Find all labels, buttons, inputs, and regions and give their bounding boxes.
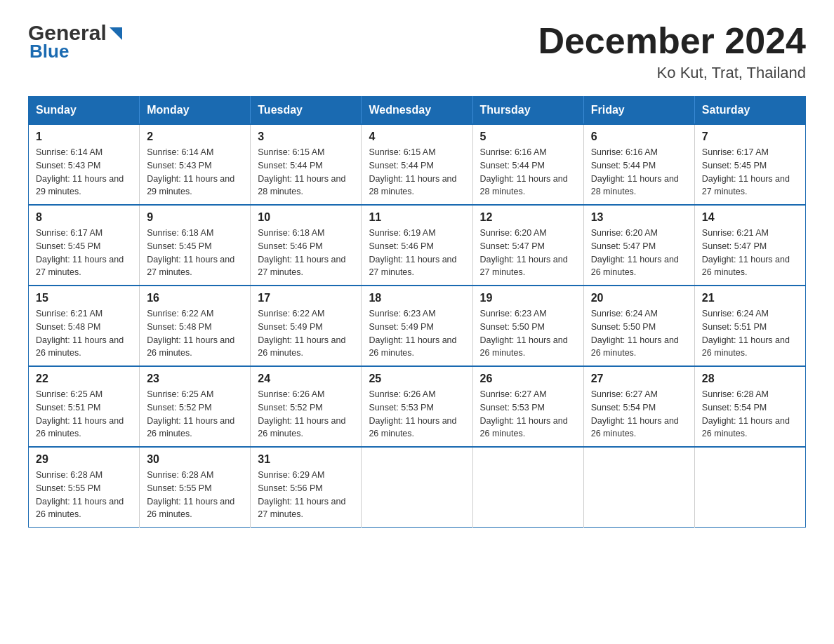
calendar-header-row: SundayMondayTuesdayWednesdayThursdayFrid…: [29, 97, 806, 125]
day-cell: [583, 447, 694, 528]
svg-marker-0: [110, 27, 122, 40]
day-info: Sunrise: 6:28 AMSunset: 5:55 PMDaylight:…: [147, 469, 243, 521]
day-number: 4: [369, 130, 465, 143]
day-number: 7: [702, 130, 798, 143]
day-cell: 28Sunrise: 6:28 AMSunset: 5:54 PMDayligh…: [694, 366, 805, 447]
day-info: Sunrise: 6:21 AMSunset: 5:47 PMDaylight:…: [702, 227, 798, 279]
day-number: 17: [258, 292, 354, 304]
day-info: Sunrise: 6:19 AMSunset: 5:46 PMDaylight:…: [369, 227, 465, 279]
day-number: 31: [258, 453, 354, 466]
day-cell: 3Sunrise: 6:15 AMSunset: 5:44 PMDaylight…: [251, 124, 362, 205]
day-info: Sunrise: 6:27 AMSunset: 5:54 PMDaylight:…: [591, 388, 687, 441]
title-block: December 2024 Ko Kut, Trat, Thailand: [538, 21, 806, 82]
day-cell: 30Sunrise: 6:28 AMSunset: 5:55 PMDayligh…: [140, 447, 251, 528]
column-header-sunday: Sunday: [29, 97, 140, 125]
day-info: Sunrise: 6:21 AMSunset: 5:48 PMDaylight:…: [36, 307, 132, 360]
day-info: Sunrise: 6:22 AMSunset: 5:49 PMDaylight:…: [258, 307, 354, 360]
day-number: 20: [591, 292, 687, 304]
day-info: Sunrise: 6:26 AMSunset: 5:52 PMDaylight:…: [258, 388, 354, 441]
day-cell: 11Sunrise: 6:19 AMSunset: 5:46 PMDayligh…: [362, 205, 472, 286]
day-info: Sunrise: 6:16 AMSunset: 5:44 PMDaylight:…: [480, 146, 576, 199]
location-subtitle: Ko Kut, Trat, Thailand: [538, 64, 806, 82]
column-header-tuesday: Tuesday: [251, 97, 362, 125]
day-cell: 2Sunrise: 6:14 AMSunset: 5:43 PMDaylight…: [140, 124, 251, 205]
day-info: Sunrise: 6:26 AMSunset: 5:53 PMDaylight:…: [369, 388, 465, 441]
day-number: 11: [369, 211, 465, 224]
day-cell: 26Sunrise: 6:27 AMSunset: 5:53 PMDayligh…: [472, 366, 583, 447]
day-cell: 29Sunrise: 6:28 AMSunset: 5:55 PMDayligh…: [29, 447, 140, 528]
day-number: 10: [258, 211, 354, 224]
column-header-thursday: Thursday: [472, 97, 583, 125]
day-number: 9: [147, 211, 243, 224]
page-header: General Blue December 2024 Ko Kut, Trat,…: [28, 21, 806, 82]
day-number: 8: [36, 211, 132, 224]
day-number: 14: [702, 211, 798, 224]
day-cell: 14Sunrise: 6:21 AMSunset: 5:47 PMDayligh…: [694, 205, 805, 286]
day-cell: 24Sunrise: 6:26 AMSunset: 5:52 PMDayligh…: [251, 366, 362, 447]
day-cell: 10Sunrise: 6:18 AMSunset: 5:46 PMDayligh…: [251, 205, 362, 286]
day-cell: [694, 447, 805, 528]
day-info: Sunrise: 6:18 AMSunset: 5:46 PMDaylight:…: [258, 227, 354, 279]
day-info: Sunrise: 6:14 AMSunset: 5:43 PMDaylight:…: [36, 146, 132, 199]
day-cell: 19Sunrise: 6:23 AMSunset: 5:50 PMDayligh…: [472, 286, 583, 366]
month-title: December 2024: [538, 21, 806, 61]
day-info: Sunrise: 6:23 AMSunset: 5:50 PMDaylight:…: [480, 307, 576, 360]
week-row-5: 29Sunrise: 6:28 AMSunset: 5:55 PMDayligh…: [29, 447, 806, 528]
day-cell: 13Sunrise: 6:20 AMSunset: 5:47 PMDayligh…: [583, 205, 694, 286]
day-info: Sunrise: 6:24 AMSunset: 5:50 PMDaylight:…: [591, 307, 687, 360]
day-cell: 15Sunrise: 6:21 AMSunset: 5:48 PMDayligh…: [29, 286, 140, 366]
day-info: Sunrise: 6:20 AMSunset: 5:47 PMDaylight:…: [480, 227, 576, 279]
day-number: 21: [702, 292, 798, 304]
day-cell: 22Sunrise: 6:25 AMSunset: 5:51 PMDayligh…: [29, 366, 140, 447]
day-cell: 8Sunrise: 6:17 AMSunset: 5:45 PMDaylight…: [29, 205, 140, 286]
day-info: Sunrise: 6:23 AMSunset: 5:49 PMDaylight:…: [369, 307, 465, 360]
day-number: 28: [702, 373, 798, 385]
day-number: 25: [369, 373, 465, 385]
day-number: 23: [147, 373, 243, 385]
day-cell: 5Sunrise: 6:16 AMSunset: 5:44 PMDaylight…: [472, 124, 583, 205]
day-cell: 20Sunrise: 6:24 AMSunset: 5:50 PMDayligh…: [583, 286, 694, 366]
day-number: 18: [369, 292, 465, 304]
day-number: 13: [591, 211, 687, 224]
week-row-1: 1Sunrise: 6:14 AMSunset: 5:43 PMDaylight…: [29, 124, 806, 205]
day-info: Sunrise: 6:25 AMSunset: 5:51 PMDaylight:…: [36, 388, 132, 441]
day-info: Sunrise: 6:27 AMSunset: 5:53 PMDaylight:…: [480, 388, 576, 441]
day-info: Sunrise: 6:16 AMSunset: 5:44 PMDaylight:…: [591, 146, 687, 199]
day-cell: 7Sunrise: 6:17 AMSunset: 5:45 PMDaylight…: [694, 124, 805, 205]
column-header-friday: Friday: [583, 97, 694, 125]
day-number: 12: [480, 211, 576, 224]
day-info: Sunrise: 6:25 AMSunset: 5:52 PMDaylight:…: [147, 388, 243, 441]
day-cell: 21Sunrise: 6:24 AMSunset: 5:51 PMDayligh…: [694, 286, 805, 366]
day-info: Sunrise: 6:20 AMSunset: 5:47 PMDaylight:…: [591, 227, 687, 279]
day-number: 5: [480, 130, 576, 143]
day-number: 1: [36, 130, 132, 143]
day-cell: 6Sunrise: 6:16 AMSunset: 5:44 PMDaylight…: [583, 124, 694, 205]
day-number: 3: [258, 130, 354, 143]
day-number: 29: [36, 453, 132, 466]
day-info: Sunrise: 6:15 AMSunset: 5:44 PMDaylight:…: [369, 146, 465, 199]
day-cell: 1Sunrise: 6:14 AMSunset: 5:43 PMDaylight…: [29, 124, 140, 205]
logo-arrow-icon: [108, 26, 124, 41]
logo-blue-text: Blue: [29, 41, 69, 62]
day-info: Sunrise: 6:28 AMSunset: 5:55 PMDaylight:…: [36, 469, 132, 521]
day-cell: 23Sunrise: 6:25 AMSunset: 5:52 PMDayligh…: [140, 366, 251, 447]
day-number: 30: [147, 453, 243, 466]
day-info: Sunrise: 6:17 AMSunset: 5:45 PMDaylight:…: [702, 146, 798, 199]
week-row-2: 8Sunrise: 6:17 AMSunset: 5:45 PMDaylight…: [29, 205, 806, 286]
day-cell: 27Sunrise: 6:27 AMSunset: 5:54 PMDayligh…: [583, 366, 694, 447]
logo: General Blue: [28, 21, 124, 62]
day-number: 24: [258, 373, 354, 385]
day-info: Sunrise: 6:28 AMSunset: 5:54 PMDaylight:…: [702, 388, 798, 441]
day-info: Sunrise: 6:17 AMSunset: 5:45 PMDaylight:…: [36, 227, 132, 279]
day-info: Sunrise: 6:14 AMSunset: 5:43 PMDaylight:…: [147, 146, 243, 199]
day-number: 26: [480, 373, 576, 385]
day-info: Sunrise: 6:29 AMSunset: 5:56 PMDaylight:…: [258, 469, 354, 521]
day-cell: 9Sunrise: 6:18 AMSunset: 5:45 PMDaylight…: [140, 205, 251, 286]
day-number: 2: [147, 130, 243, 143]
day-number: 6: [591, 130, 687, 143]
day-cell: 4Sunrise: 6:15 AMSunset: 5:44 PMDaylight…: [362, 124, 472, 205]
week-row-4: 22Sunrise: 6:25 AMSunset: 5:51 PMDayligh…: [29, 366, 806, 447]
column-header-wednesday: Wednesday: [362, 97, 472, 125]
day-cell: 16Sunrise: 6:22 AMSunset: 5:48 PMDayligh…: [140, 286, 251, 366]
week-row-3: 15Sunrise: 6:21 AMSunset: 5:48 PMDayligh…: [29, 286, 806, 366]
